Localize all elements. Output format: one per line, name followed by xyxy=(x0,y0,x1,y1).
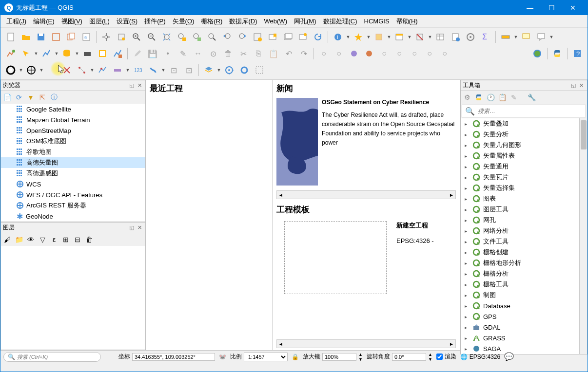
paste-features-button[interactable]: 📋 xyxy=(266,46,281,61)
snap-vertex-dropdown[interactable]: ▼ xyxy=(90,68,95,73)
help-button[interactable]: ? xyxy=(570,46,585,61)
pan-button[interactable] xyxy=(99,30,114,44)
close-button[interactable]: ✕ xyxy=(562,0,584,15)
add-feature-dropdown[interactable]: ▼ xyxy=(34,51,39,56)
project-properties-button[interactable] xyxy=(222,63,236,77)
toolbox-item-4[interactable]: ▸矢量通用 xyxy=(461,161,579,172)
map-tips-button[interactable] xyxy=(519,30,533,44)
new-shapefile-dropdown[interactable]: ▼ xyxy=(54,51,59,56)
scroll-right-icon-2[interactable]: ► xyxy=(448,341,455,347)
expression-filter-icon[interactable]: ε xyxy=(50,235,59,244)
filter-legend-icon[interactable]: ▽ xyxy=(38,235,47,244)
toolbox-close-button[interactable]: ✕ xyxy=(577,82,585,90)
maximize-button[interactable]: ☐ xyxy=(541,0,562,15)
osm-download-button[interactable] xyxy=(530,46,545,61)
deselect-dropdown[interactable]: ▼ xyxy=(428,35,432,39)
menu-item-7[interactable]: 栅格(R) xyxy=(198,16,225,27)
new-virtual-layer-button[interactable] xyxy=(95,46,110,61)
new-geopackage-dropdown[interactable]: ▼ xyxy=(75,51,79,56)
toolbox-item-18[interactable]: ▸GPS xyxy=(461,311,579,322)
toolbox-item-12[interactable]: ▸栅格创建 xyxy=(461,247,579,258)
remove-layer-icon[interactable]: 🗑 xyxy=(85,235,94,244)
zoom-in-button[interactable] xyxy=(129,30,144,44)
layout-manager-button[interactable] xyxy=(64,30,78,44)
menu-item-6[interactable]: 矢量(O) xyxy=(170,16,197,27)
zoom-to-layer-button[interactable] xyxy=(190,30,204,44)
menu-item-11[interactable]: 数据处理(C) xyxy=(320,16,360,27)
edit-tool-8[interactable]: ○ xyxy=(422,46,437,61)
avoid-intersect-button[interactable]: 123 xyxy=(131,63,145,77)
layers-tree[interactable] xyxy=(1,246,145,350)
menu-item-0[interactable]: 工程(J) xyxy=(3,16,29,27)
menu-item-5[interactable]: 插件(P) xyxy=(141,16,168,27)
browser-close-button[interactable]: ✕ xyxy=(136,82,143,90)
scroll-right-icon[interactable]: ► xyxy=(448,192,455,198)
label-button[interactable] xyxy=(3,63,18,77)
new-bookmark-button[interactable] xyxy=(265,30,280,44)
move-feature-button[interactable]: ↔ xyxy=(191,46,205,61)
toolbox-item-20[interactable]: ▸GRASS xyxy=(461,333,579,343)
attribute-table-button[interactable] xyxy=(433,30,448,44)
expand-all-icon[interactable]: ⊞ xyxy=(61,235,70,244)
minimize-button[interactable]: — xyxy=(519,0,541,15)
refresh-browser-icon[interactable]: ⟳ xyxy=(15,93,23,102)
collapse-all-icon-2[interactable]: ⊟ xyxy=(73,235,82,244)
menu-item-2[interactable]: 视图(V) xyxy=(59,16,85,27)
georef-button[interactable] xyxy=(237,63,252,77)
select-by-value-button[interactable] xyxy=(392,30,407,44)
open-project-button[interactable] xyxy=(19,30,33,44)
menu-item-10[interactable]: 网孔(M) xyxy=(291,16,319,27)
render-checkbox[interactable] xyxy=(436,353,443,360)
menu-item-1[interactable]: 编辑(E) xyxy=(30,16,57,27)
new-shapefile-button[interactable] xyxy=(39,46,54,61)
toolbox-item-14[interactable]: ▸栅格分析 xyxy=(461,268,579,279)
menu-item-3[interactable]: 图层(L) xyxy=(86,16,113,27)
menu-item-13[interactable]: 帮助(H) xyxy=(393,16,421,27)
snapping-options-dropdown[interactable]: ▼ xyxy=(161,68,166,73)
measure-button[interactable] xyxy=(498,30,513,44)
edit-tool-7[interactable]: ○ xyxy=(407,46,422,61)
node-tool-button[interactable]: ⊙ xyxy=(206,46,220,61)
measure-dropdown[interactable]: ▼ xyxy=(513,35,518,39)
history-icon[interactable]: 🕐 xyxy=(486,93,495,102)
add-point-button[interactable]: • xyxy=(160,46,175,61)
add-feature-button[interactable] xyxy=(19,46,33,61)
toolbox-item-17[interactable]: ▸Database xyxy=(461,300,579,311)
toolbox-item-9[interactable]: ▸网孔 xyxy=(461,215,579,225)
results-icon[interactable]: 📋 xyxy=(498,93,507,102)
locator-search[interactable]: 🔍 xyxy=(3,352,101,362)
edit-tool-6[interactable]: ○ xyxy=(392,46,407,61)
browser-item-4[interactable]: 谷歌地图 xyxy=(1,147,145,157)
annotation-button[interactable] xyxy=(534,30,549,44)
toolbox-item-1[interactable]: ▸矢量分析 xyxy=(461,129,579,140)
toolbox-item-19[interactable]: ▸GDAL xyxy=(461,322,579,333)
toolbox-item-3[interactable]: ▸矢量属性表 xyxy=(461,150,579,161)
field-calculator-button[interactable] xyxy=(448,30,463,44)
model-icon[interactable]: ⚙ xyxy=(463,93,471,102)
snap-segment-button[interactable] xyxy=(95,63,110,77)
copy-features-button[interactable]: ⎘ xyxy=(251,46,266,61)
toolbox-dock-button[interactable]: ◱ xyxy=(569,82,577,90)
browser-item-9[interactable]: ArcGIS REST 服务器 xyxy=(1,200,145,211)
select-button[interactable] xyxy=(372,30,386,44)
redo-button[interactable]: ↷ xyxy=(296,46,311,61)
bookmarks-button[interactable] xyxy=(280,30,295,44)
edit-tool-9[interactable]: ○ xyxy=(437,46,452,61)
style-manager-button[interactable]: a xyxy=(79,30,94,44)
menu-item-4[interactable]: 设置(S) xyxy=(114,16,140,27)
action-button[interactable] xyxy=(351,30,366,44)
messages-icon[interactable]: 💬 xyxy=(504,352,514,361)
toolbox-item-10[interactable]: ▸网络分析 xyxy=(461,225,579,236)
topological-editing-button[interactable] xyxy=(110,63,125,77)
browser-item-1[interactable]: Mapzen Global Terrain xyxy=(1,114,145,125)
enable-tracing-button[interactable]: ⊡ xyxy=(181,63,196,77)
new-map-view-button[interactable] xyxy=(250,30,265,44)
style-icon[interactable]: 🖌 xyxy=(3,235,12,244)
locator-input[interactable] xyxy=(17,354,97,360)
zoom-to-selection-button[interactable] xyxy=(175,30,189,44)
toolbox-item-2[interactable]: ▸矢量几何图形 xyxy=(461,140,579,150)
browser-item-10[interactable]: ✱GeoNode xyxy=(1,211,145,222)
render-section[interactable]: 渲染 xyxy=(436,353,456,361)
diagram-dropdown[interactable]: ▼ xyxy=(39,68,44,73)
script-icon[interactable] xyxy=(474,93,483,102)
